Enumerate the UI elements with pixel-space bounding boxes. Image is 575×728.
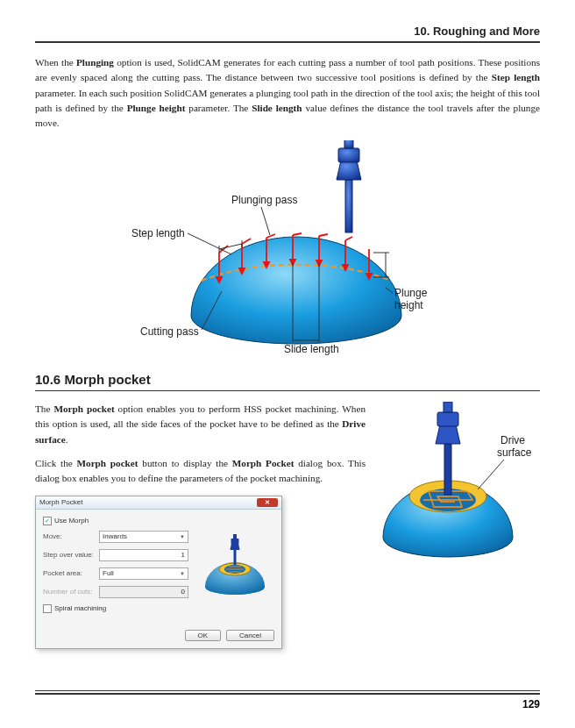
label-plunging-pass: Plunging pass [231,194,297,206]
figure-plunging-diagram: Plunging pass Step length Cutting pass S… [130,140,445,360]
label-slide-length: Slide length [284,343,339,355]
svg-line-12 [293,233,302,235]
num-cuts-input: 0 [99,586,188,598]
page-number: 129 [35,698,540,710]
label-plunge-height-1: Plunge [394,287,428,299]
document-page: 10. Roughing and More When the Plunging … [0,0,575,728]
use-morph-label: Use Morph [54,517,89,525]
svg-line-24 [261,207,270,235]
step-over-label: Step over value: [43,551,94,559]
dialog-titlebar: Morph Pocket ✕ [36,496,281,510]
label-step-length: Step length [131,227,185,239]
chevron-down-icon: ▼ [180,534,185,539]
svg-rect-22 [338,148,359,162]
move-label: Move: [43,532,94,540]
svg-line-15 [319,234,328,236]
svg-rect-48 [444,402,452,412]
footer-rule-thin [35,690,540,691]
use-morph-checkbox-row: ✓ Use Morph [43,517,188,525]
pocket-area-label: Pocket area: [43,569,94,577]
svg-rect-41 [231,539,239,544]
pocket-area-dropdown[interactable]: Full▼ [99,567,188,580]
dialog-title: Morph Pocket [39,498,82,506]
step-over-input[interactable]: 1 [99,549,188,561]
cancel-button[interactable]: Cancel [226,630,274,641]
svg-line-49 [478,460,504,489]
svg-line-6 [242,239,251,244]
num-cuts-label: Number of cuts: [43,588,94,596]
svg-line-26 [219,244,242,249]
svg-rect-42 [233,534,237,539]
label-drive-2: surface [497,446,532,459]
section-heading: 10.6 Morph pocket [35,372,540,387]
spiral-checkbox[interactable] [43,604,52,613]
footer-rule [35,693,540,695]
figure-morph-pocket: Drive surface [378,402,540,568]
svg-rect-21 [345,180,352,232]
dialog-preview [195,517,274,618]
paragraph-morph-1: The Morph pocket option enables you to p… [35,402,366,447]
label-plunge-height-2: height [394,299,423,311]
paragraph-morph-2: Click the Morph pocket button to display… [35,456,366,487]
svg-rect-40 [234,549,237,565]
label-cutting-pass: Cutting pass [140,325,199,338]
use-morph-checkbox[interactable]: ✓ [43,517,52,525]
svg-line-9 [266,234,275,238]
svg-line-25 [188,233,231,254]
svg-rect-46 [444,444,451,495]
ok-button[interactable]: OK [185,630,222,641]
svg-rect-23 [344,140,353,148]
morph-pocket-dialog: Morph Pocket ✕ ✓ Use Morph Move: Inwards… [35,496,282,649]
paragraph-plunging: When the Plunging option is used, SolidC… [35,55,540,132]
chapter-header: 10. Roughing and More [35,25,540,38]
move-dropdown[interactable]: Inwards▼ [99,531,188,543]
chevron-down-icon: ▼ [180,571,185,576]
svg-rect-47 [437,412,458,426]
spiral-checkbox-row: Spiral machining [43,604,188,613]
spiral-label: Spiral machining [54,604,106,612]
close-icon[interactable]: ✕ [257,498,278,507]
label-drive-1: Drive [500,434,525,446]
section-rule [35,390,540,391]
header-rule [35,41,540,43]
svg-line-18 [345,237,352,240]
